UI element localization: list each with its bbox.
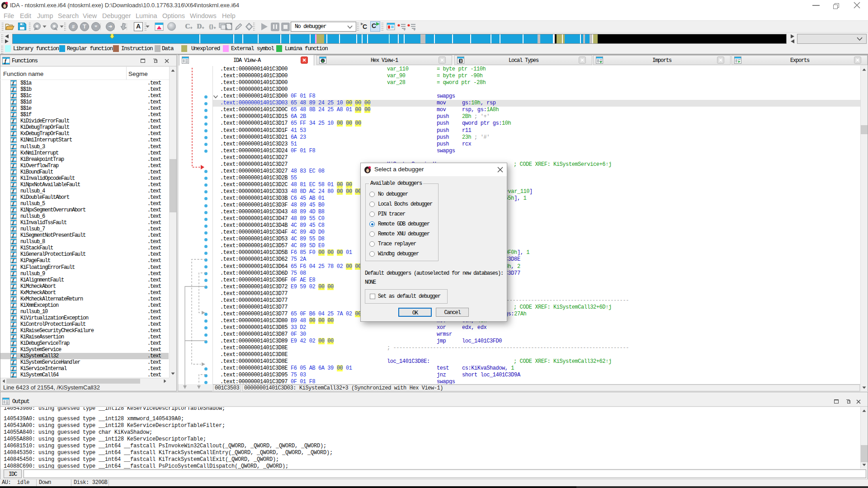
svg-text:0: 0	[460, 59, 462, 63]
svg-text:+: +	[413, 28, 415, 32]
svg-text:+: +	[403, 28, 406, 32]
